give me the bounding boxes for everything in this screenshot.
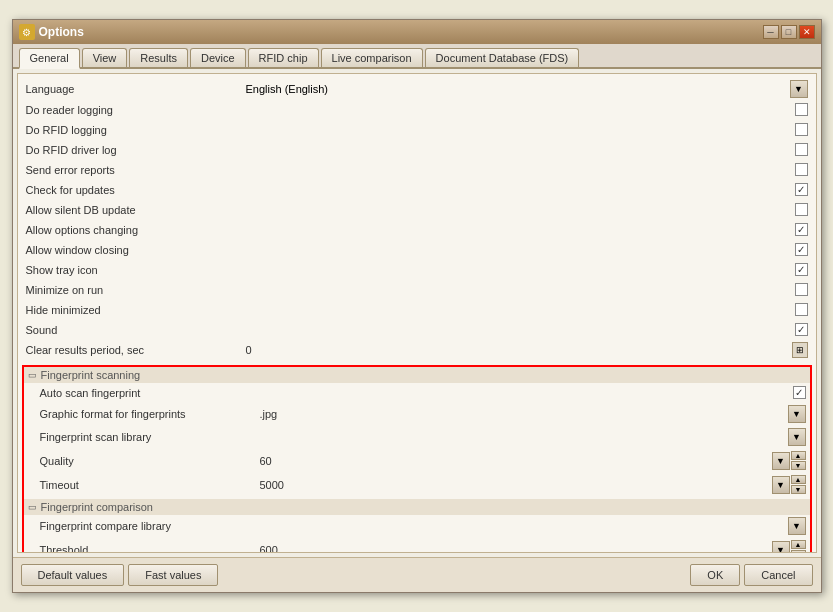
ctrl-timeout: ▼ ▲ ▼ — [772, 475, 806, 494]
fingerprint-comparison-header[interactable]: ▭ Fingerprint comparison — [24, 499, 810, 515]
row-allow-window-closing: Allow window closing — [22, 240, 812, 260]
minimize-button[interactable]: ─ — [763, 25, 779, 39]
fingerprint-scanning-title: Fingerprint scanning — [41, 369, 141, 381]
tab-docdb[interactable]: Document Database (FDS) — [425, 48, 580, 67]
ctrl-graphic-format: ▼ — [788, 405, 806, 423]
content-area: Language English (English) ▼ Do reader l… — [17, 73, 817, 553]
default-values-button[interactable]: Default values — [21, 564, 125, 586]
checkbox-send-error-reports[interactable] — [795, 163, 808, 176]
ctrl-show-tray-icon — [795, 263, 808, 276]
row-hide-minimized: Hide minimized — [22, 300, 812, 320]
titlebar-buttons: ─ □ ✕ — [763, 25, 815, 39]
tab-general[interactable]: General — [19, 48, 80, 69]
ctrl-threshold: ▼ ▲ ▼ — [772, 540, 806, 553]
language-value: English (English) — [246, 83, 329, 95]
timeout-dropdown[interactable]: ▼ — [772, 476, 790, 494]
checkbox-show-tray-icon[interactable] — [795, 263, 808, 276]
value-quality: 60 — [260, 455, 772, 467]
threshold-down-btn[interactable]: ▼ — [791, 550, 806, 553]
label-timeout: Timeout — [40, 479, 260, 491]
tab-rfid[interactable]: RFID chip — [248, 48, 319, 67]
row-sound: Sound — [22, 320, 812, 340]
fingerprint-scanning-header[interactable]: ▭ Fingerprint scanning — [24, 367, 810, 383]
ctrl-auto-scan — [793, 386, 806, 399]
checkbox-minimize-on-run[interactable] — [795, 283, 808, 296]
checkbox-check-for-updates[interactable] — [795, 183, 808, 196]
row-minimize-on-run: Minimize on run — [22, 280, 812, 300]
checkbox-allow-options-changing[interactable] — [795, 223, 808, 236]
row-threshold: Threshold 600 ▼ ▲ ▼ — [24, 538, 810, 553]
checkbox-sound[interactable] — [795, 323, 808, 336]
row-compare-library: Fingerprint compare library ▼ — [24, 515, 810, 538]
checkbox-do-rfid-logging[interactable] — [795, 123, 808, 136]
language-select[interactable]: English (English) ▼ — [246, 80, 808, 98]
ctrl-compare-library: ▼ — [788, 517, 806, 535]
checkbox-hide-minimized[interactable] — [795, 303, 808, 316]
ctrl-clear-results: ⊞ — [792, 342, 808, 358]
threshold-up-btn[interactable]: ▲ — [791, 540, 806, 549]
cancel-button[interactable]: Cancel — [744, 564, 812, 586]
scan-library-dropdown[interactable]: ▼ — [788, 428, 806, 446]
ctrl-hide-minimized — [795, 303, 808, 316]
collapse-comparison-icon: ▭ — [28, 502, 37, 512]
label-check-for-updates: Check for updates — [26, 184, 246, 196]
footer: Default values Fast values OK Cancel — [13, 557, 821, 592]
fingerprint-comparison-title: Fingerprint comparison — [41, 501, 154, 513]
row-language: Language English (English) ▼ — [22, 78, 812, 100]
ok-button[interactable]: OK — [690, 564, 740, 586]
tab-view[interactable]: View — [82, 48, 128, 67]
row-do-rfid-logging: Do RFID logging — [22, 120, 812, 140]
compare-library-dropdown[interactable]: ▼ — [788, 517, 806, 535]
window-title: Options — [39, 25, 759, 39]
value-graphic-format: .jpg — [260, 408, 788, 420]
clear-results-icon[interactable]: ⊞ — [792, 342, 808, 358]
value-clear-results: 0 — [246, 344, 792, 356]
tab-bar: General View Results Device RFID chip Li… — [13, 44, 821, 69]
titlebar: ⚙ Options ─ □ ✕ — [13, 20, 821, 44]
quality-up-btn[interactable]: ▲ — [791, 451, 806, 460]
value-timeout: 5000 — [260, 479, 772, 491]
ctrl-do-rfid-driver-log — [795, 143, 808, 156]
quality-down-btn[interactable]: ▼ — [791, 461, 806, 470]
footer-left: Default values Fast values — [21, 564, 219, 586]
fingerprint-comparison-content: Fingerprint compare library ▼ Threshold … — [24, 515, 810, 553]
tab-results[interactable]: Results — [129, 48, 188, 67]
checkbox-allow-silent-db[interactable] — [795, 203, 808, 216]
ctrl-scan-library: ▼ — [788, 428, 806, 446]
fast-values-button[interactable]: Fast values — [128, 564, 218, 586]
label-minimize-on-run: Minimize on run — [26, 284, 246, 296]
label-allow-window-closing: Allow window closing — [26, 244, 246, 256]
row-show-tray-icon: Show tray icon — [22, 260, 812, 280]
graphic-format-dropdown[interactable]: ▼ — [788, 405, 806, 423]
label-quality: Quality — [40, 455, 260, 467]
ctrl-do-rfid-logging — [795, 123, 808, 136]
label-hide-minimized: Hide minimized — [26, 304, 246, 316]
row-do-rfid-driver-log: Do RFID driver log — [22, 140, 812, 160]
quality-dropdown[interactable]: ▼ — [772, 452, 790, 470]
ctrl-minimize-on-run — [795, 283, 808, 296]
timeout-up-btn[interactable]: ▲ — [791, 475, 806, 484]
label-scan-library: Fingerprint scan library — [40, 431, 260, 443]
row-allow-silent-db: Allow silent DB update — [22, 200, 812, 220]
label-graphic-format: Graphic format for fingerprints — [40, 408, 260, 420]
threshold-dropdown[interactable]: ▼ — [772, 541, 790, 554]
language-dropdown-btn[interactable]: ▼ — [790, 80, 808, 98]
fingerprint-scanning-section: ▭ Fingerprint scanning Auto scan fingerp… — [22, 365, 812, 553]
checkbox-do-reader-logging[interactable] — [795, 103, 808, 116]
restore-button[interactable]: □ — [781, 25, 797, 39]
checkbox-auto-scan[interactable] — [793, 386, 806, 399]
ctrl-allow-silent-db — [795, 203, 808, 216]
tab-live[interactable]: Live comparison — [321, 48, 423, 67]
checkbox-do-rfid-driver-log[interactable] — [795, 143, 808, 156]
timeout-down-btn[interactable]: ▼ — [791, 485, 806, 494]
ctrl-check-for-updates — [795, 183, 808, 196]
label-do-rfid-driver-log: Do RFID driver log — [26, 144, 246, 156]
label-allow-silent-db: Allow silent DB update — [26, 204, 246, 216]
ctrl-do-reader-logging — [795, 103, 808, 116]
value-threshold: 600 — [260, 544, 772, 554]
checkbox-allow-window-closing[interactable] — [795, 243, 808, 256]
tab-device[interactable]: Device — [190, 48, 246, 67]
label-show-tray-icon: Show tray icon — [26, 264, 246, 276]
close-button[interactable]: ✕ — [799, 25, 815, 39]
label-language: Language — [26, 83, 246, 95]
